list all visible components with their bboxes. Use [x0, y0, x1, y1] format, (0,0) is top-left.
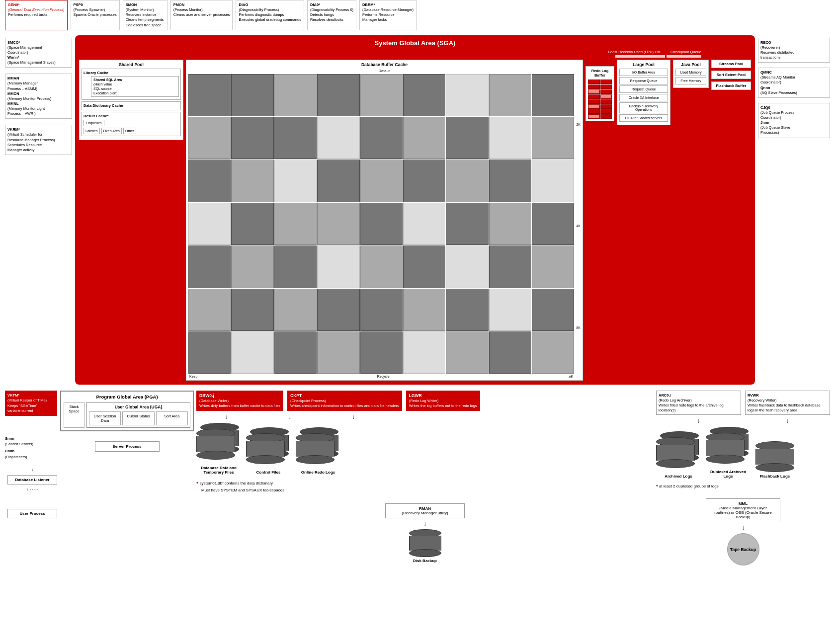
psp0-subtitle: (Process Spawner): [74, 7, 117, 12]
pga-section: Program Global Area (PGA) Stack Space Us…: [60, 391, 194, 452]
mman-line6: MMNL: [7, 101, 70, 106]
rc-7: [588, 94, 600, 99]
arc-title: ARC0.r: [659, 393, 739, 398]
top-processes-row: GEN0* (General Task Execution Process) P…: [5, 0, 830, 30]
dbrm-desc: Performs ResourceManager tasks: [362, 12, 414, 22]
arc-desc: Writes filled redo logs to the archive l…: [659, 403, 739, 413]
shared-sql-source: SQL source: [93, 86, 176, 91]
smon-title: SMON: [126, 2, 165, 7]
gc-3-1: [188, 160, 231, 202]
duplexed-label: Duplexed Archived Logs: [706, 470, 751, 479]
flashback-label: Flashback Logs: [760, 474, 790, 479]
streams-pool-box: Streams Pool: [711, 60, 751, 68]
gc-7-4: [317, 331, 359, 374]
control-front: [246, 433, 285, 464]
rman-section: RMAN (Recovery Manager utility): [196, 503, 654, 518]
dia0-subtitle: (Diagnosability Process 0): [310, 7, 353, 12]
lgwr-desc: Writes the log buffers out to the redo l…: [409, 403, 477, 408]
flashback-cyl: [755, 441, 794, 472]
redo-label: Online Redo Logs: [301, 470, 335, 475]
arc-rvwr-row: ARC0.r (Redo Log Archiver) Writes filled…: [656, 391, 830, 415]
lru-segment-2: [667, 55, 701, 58]
rc-1: [588, 80, 600, 84]
dnnn-line1: Dnnn: [5, 448, 57, 454]
archived-label: Archived Logs: [665, 474, 692, 479]
bottom-section: VKTM* (Virtual Keeper of TiMe) Keeps "SG…: [5, 391, 830, 565]
dia0-title: DIA0*: [310, 2, 353, 7]
dbw0-subtitle: (Database Writer): [199, 399, 280, 403]
reco-line2: (Recoverer): [760, 45, 828, 50]
smco-line4: Wnnn*: [7, 55, 70, 60]
shared-sql-area: Shared SQL Area (Hash value SQL source E…: [91, 76, 179, 97]
dbw0-box: DBW0.j (Database Writer) Writes dirty bu…: [196, 391, 283, 411]
sga-box: System Global Area (SGA) Least Recently …: [75, 35, 755, 385]
pmon-subtitle: (Process Monitor): [173, 7, 230, 12]
k-label-4k: 4K: [576, 224, 581, 228]
dia0-desc: Detects hangsResolves deadlocks: [310, 12, 353, 22]
process-gen0: GEN0* (General Task Execution Process) P…: [5, 0, 68, 30]
gc-5-6: [403, 245, 445, 288]
gc-1-5: [360, 74, 403, 116]
lp-response-queue: Response Queue: [619, 77, 668, 84]
snnn-box: Snnn (Shared Servers) Dnnn (Dispatchers): [5, 436, 57, 460]
gc-1-4: [317, 74, 359, 116]
uga-box: User Global Area (UGA) User Session Data…: [86, 402, 190, 428]
disk-backup-label: Disk Backup: [413, 559, 437, 563]
reco-line1: RECO: [760, 40, 828, 45]
result-cache-row: Enqueues: [84, 120, 179, 126]
diag-desc: Performs diagnostic dumpsExecutes global…: [239, 12, 301, 22]
cjq0-line4: Jnnn: [760, 120, 828, 125]
cjq0-line6: Processes): [760, 130, 828, 135]
ckpt-subtitle: (Checkpoint Process): [290, 399, 399, 403]
k-label-8k: 8K: [576, 326, 581, 329]
rc-8: [600, 94, 612, 99]
mml-subtitle: (Media Management Layer routines) or OSB…: [711, 506, 775, 519]
gc-5-4: [317, 245, 359, 288]
gc-7-1: [188, 331, 231, 374]
qmnc-line3: Coordinator): [760, 80, 828, 85]
dbc-label-keep: Keep: [189, 375, 197, 378]
library-cache-box: Library Cache Shared SQL Area (Hash valu…: [82, 69, 181, 100]
dbc-grid: [188, 74, 574, 374]
duplexed-stack: [706, 427, 751, 468]
cjq0-line3: Coordinator): [760, 115, 828, 120]
gc-1-8: [489, 74, 531, 116]
rc-3: [588, 84, 600, 89]
gc-2-3: [274, 117, 317, 159]
gc-6-1: [188, 289, 231, 331]
gc-5-7: [446, 245, 488, 288]
arr-down-ckpt: ↓: [260, 413, 320, 420]
java-pool-panel: Java Pool Used Memory Free Memory: [673, 60, 709, 88]
sga-content: Shared Pool Library Cache Shared SQL Are…: [79, 60, 751, 381]
annot-vkrm: VKRM* (Virtual Scheduler for Resource Ma…: [5, 125, 72, 155]
gc-4-6: [403, 203, 445, 245]
stack-space-box: Stack Space: [64, 402, 84, 428]
note-dup-text: at least 2 duplexed groups of logs: [659, 484, 719, 488]
gc-1-7: [446, 74, 488, 116]
rc-12: [600, 104, 612, 109]
pga-box: Program Global Area (PGA) Stack Space Us…: [60, 391, 194, 431]
arr-down-dbw0: ↓: [196, 413, 256, 420]
full-page: GEN0* (General Task Execution Process) P…: [5, 0, 830, 565]
archived-front: [656, 437, 695, 468]
enqueues-box: Enqueues: [84, 120, 104, 126]
gc-2-6: [403, 117, 445, 159]
gc-4-1: [188, 203, 231, 245]
dbrm-subtitle: (Database Resource Manager): [362, 7, 414, 12]
gc-6-4: [317, 289, 359, 331]
rc-2: [600, 80, 612, 84]
rvwr-desc: Writes flashback data to flashback datab…: [748, 403, 828, 413]
gc-7-9: [532, 331, 574, 374]
shared-sql-plan: Execution plan): [93, 91, 176, 95]
latches-box: Latches: [84, 128, 100, 134]
redo-stack: [296, 427, 340, 468]
library-cache-title: Library Cache: [84, 71, 179, 75]
listener-arrow-down: ↓ - - - -: [7, 487, 57, 491]
redo-front: [296, 433, 334, 464]
lgwr-subtitle: (Redo Log Writer): [409, 399, 477, 403]
server-proc-row: Server Process: [60, 436, 194, 452]
gc-2-8: [489, 117, 531, 159]
result-cache-box: Result Cache* Enqueues Latches Fixed Are…: [82, 112, 181, 136]
vkrm-line2: (Virtual Scheduler for: [7, 132, 70, 137]
mml-title: MML: [711, 501, 775, 506]
